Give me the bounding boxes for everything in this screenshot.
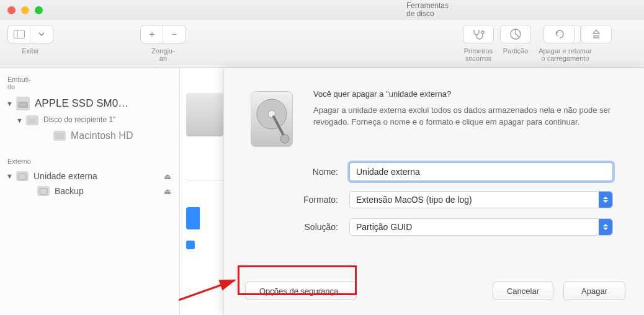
view-label: Exibir: [22, 47, 39, 55]
container-label: Disco do recipiente 1": [43, 116, 173, 124]
close-window-button[interactable]: [7, 6, 16, 14]
window-controls: [7, 6, 43, 14]
partition-item[interactable]: Partição: [500, 25, 531, 62]
sidebar-icon: [8, 25, 30, 43]
view-group: Exibir: [7, 25, 53, 55]
hdd-icon: [53, 131, 66, 141]
bg-dot: [186, 241, 195, 249]
sidebar-item-external-disk[interactable]: ▼ Unidade externa ⏏: [5, 169, 174, 184]
view-select[interactable]: [7, 25, 53, 43]
sidebar-item-internal-disk[interactable]: ▼ APPLE SSD SM0…: [5, 94, 174, 113]
svg-rect-7: [55, 133, 64, 139]
restore-item[interactable]: [543, 25, 575, 62]
first-aid-label: Primeiros socorros: [464, 47, 493, 62]
toolbar: Exibir ＋ － Zongju- an Primeiros socorros…: [0, 20, 644, 68]
disclosure-triangle-icon[interactable]: ▼: [16, 117, 24, 124]
erase-button[interactable]: Apagar: [563, 282, 625, 300]
maximize-window-button[interactable]: [35, 6, 43, 14]
svg-point-2: [481, 31, 484, 33]
external-header: Externo: [7, 158, 172, 165]
zoom-label: Zongju- an: [151, 47, 174, 62]
svg-rect-6: [29, 118, 36, 123]
external-hdd-icon: [37, 186, 50, 196]
hdd-icon: [16, 97, 30, 110]
toolbar-center: Primeiros socorros Partição Apagar e ret…: [463, 25, 612, 62]
disclosure-triangle-icon[interactable]: ▼: [6, 172, 14, 180]
dialog-description: Apagar a unidade externa exclui todos os…: [313, 105, 627, 128]
minus-button[interactable]: －: [163, 25, 186, 43]
internal-header: Embuti- do: [7, 76, 172, 91]
sidebar-item-macintosh-hd[interactable]: Macintosh HD: [5, 128, 174, 144]
sidebar-item-container[interactable]: ▼ Disco do recipiente 1": [5, 113, 174, 128]
pie-icon: [500, 25, 531, 43]
stethoscope-icon: [463, 25, 494, 43]
mount-icon: [581, 25, 612, 43]
dialog-buttons: Opções de segurança.. Cancelar Apagar: [224, 282, 644, 300]
dialog-form: Nome: Formato: Extensão MacOS (tipo de l…: [224, 155, 644, 236]
external-disk-label: Unidade externa: [34, 171, 162, 181]
select-arrows-icon: [599, 192, 612, 208]
minimize-window-button[interactable]: [21, 6, 29, 14]
sidebar-item-backup[interactable]: Backup ⏏: [5, 184, 174, 198]
svg-rect-4: [19, 102, 27, 107]
scheme-row: Solução: Partição GUID: [292, 218, 613, 236]
svg-rect-9: [40, 189, 47, 195]
name-row: Nome:: [292, 162, 613, 181]
bg-disk-icon: [186, 93, 223, 136]
svg-rect-0: [14, 30, 24, 38]
format-label: Formato:: [292, 195, 349, 205]
volume-label: Macintosh HD: [71, 130, 173, 141]
format-row: Formato: Extensão MacOS (tipo de log): [292, 191, 613, 208]
titlebar: Ferramentas de disco: [0, 0, 644, 20]
zoom-buttons: ＋ －: [140, 25, 186, 43]
external-hdd-icon: [16, 171, 29, 181]
scheme-label: Solução:: [292, 222, 349, 232]
svg-rect-8: [19, 174, 26, 180]
erase-dialog: Você quer apagar a "unidade externa? Apa…: [223, 68, 644, 315]
format-value: Extensão MacOS (tipo de log): [356, 195, 472, 205]
first-aid-item[interactable]: Primeiros socorros: [463, 25, 494, 62]
undo-icon: [543, 25, 575, 43]
partition-label: Partição: [503, 47, 528, 55]
select-arrows-icon: [599, 219, 612, 235]
disclosure-triangle-icon[interactable]: ▼: [6, 100, 14, 107]
internal-disk-label: APPLE SSD SM0…: [35, 97, 173, 110]
cancel-button[interactable]: Cancelar: [493, 282, 553, 300]
dialog-text: Você quer apagar a "unidade externa? Apa…: [313, 89, 627, 149]
plus-button[interactable]: ＋: [141, 25, 163, 43]
zoom-group: ＋ － Zongju- an: [140, 25, 186, 62]
security-options-button[interactable]: Opções de segurança..: [245, 282, 357, 300]
harddrive-large-icon: [248, 89, 296, 149]
bg-tab: [186, 207, 200, 229]
dialog-header: Você quer apagar a "unidade externa? Apa…: [224, 68, 644, 155]
app-title: Ferramentas de disco: [406, 2, 449, 18]
eject-icon[interactable]: ⏏: [162, 172, 173, 181]
hdd-icon: [26, 115, 38, 125]
name-input[interactable]: [349, 162, 613, 181]
sidebar: Embuti- do ▼ APPLE SSD SM0… ▼ Disco do r…: [0, 68, 180, 315]
name-label: Nome:: [292, 167, 349, 177]
scheme-value: Partição GUID: [356, 222, 412, 232]
scheme-select[interactable]: Partição GUID: [349, 218, 613, 236]
eject-icon[interactable]: ⏏: [162, 187, 173, 196]
mount-item[interactable]: [581, 25, 612, 62]
backup-label: Backup: [55, 186, 162, 196]
chevron-down-icon: [30, 25, 53, 43]
svg-point-14: [280, 135, 289, 143]
dialog-question: Você quer apagar a "unidade externa?: [313, 89, 627, 99]
format-select[interactable]: Extensão MacOS (tipo de log): [349, 191, 613, 208]
